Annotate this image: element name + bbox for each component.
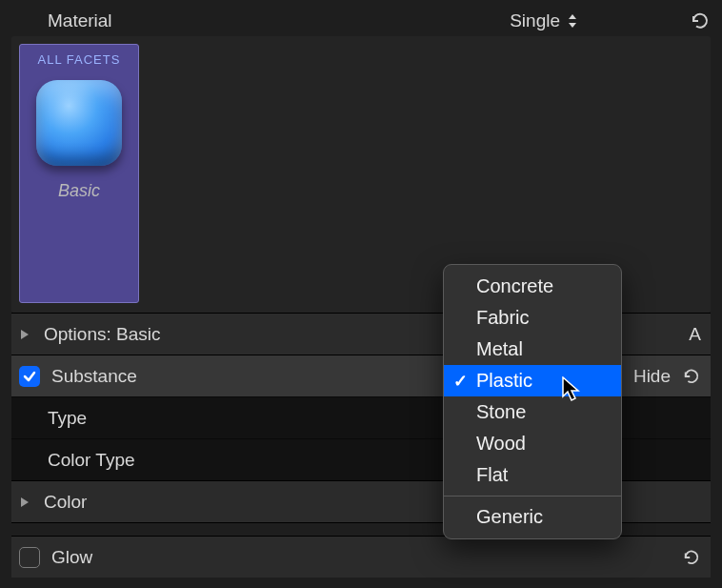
disclosure-triangle-icon[interactable]	[19, 324, 32, 345]
dropdown-item-concrete[interactable]: Concrete	[444, 271, 621, 302]
substance-checkbox[interactable]	[19, 366, 40, 387]
material-mode-value: Single	[510, 10, 560, 31]
reset-icon[interactable]	[682, 549, 701, 566]
glow-checkbox[interactable]	[19, 547, 40, 568]
dropdown-item-plastic[interactable]: ✓ Plastic	[444, 365, 621, 396]
dropdown-item-fabric[interactable]: Fabric	[444, 302, 621, 334]
facet-name: Basic	[58, 181, 100, 201]
dropdown-item-wood[interactable]: Wood	[444, 428, 621, 459]
material-thumbnail	[36, 80, 122, 166]
options-right-text: A	[689, 324, 701, 345]
updown-icon	[568, 13, 577, 29]
reset-icon[interactable]	[690, 11, 711, 30]
glow-label: Glow	[51, 547, 682, 568]
checkmark-icon: ✓	[453, 371, 468, 392]
substance-hide-label[interactable]: Hide	[633, 366, 671, 387]
dropdown-item-flat[interactable]: Flat	[444, 459, 621, 491]
material-header-label: Material	[48, 10, 510, 31]
reset-icon[interactable]	[682, 368, 701, 385]
dropdown-item-metal[interactable]: Metal	[444, 334, 621, 365]
dropdown-separator	[444, 496, 621, 497]
disclosure-triangle-icon[interactable]	[19, 492, 32, 513]
facet-card[interactable]: ALL FACETS Basic	[19, 44, 139, 303]
glow-row: Glow	[11, 536, 711, 578]
substance-dropdown[interactable]: Concrete Fabric Metal ✓ Plastic Stone Wo…	[443, 264, 622, 539]
dropdown-item-stone[interactable]: Stone	[444, 396, 621, 428]
all-facets-label: ALL FACETS	[38, 52, 121, 67]
material-mode-select[interactable]: Single	[510, 10, 690, 31]
dropdown-item-generic[interactable]: Generic	[444, 501, 621, 533]
